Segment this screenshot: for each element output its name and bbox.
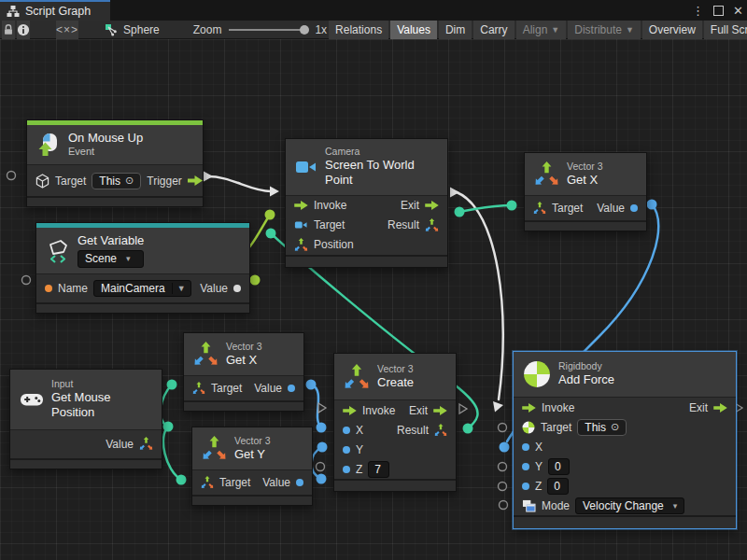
value-output-port[interactable] — [233, 285, 241, 292]
scope-icon: ⊙ — [125, 175, 134, 187]
full-screen-button[interactable]: Full Screen — [704, 21, 747, 39]
tab-script-graph[interactable]: Script Graph — [0, 0, 110, 21]
close-icon[interactable]: ✕ — [733, 5, 743, 17]
carry-button[interactable]: Carry — [473, 21, 514, 39]
node-subtitle: Event — [68, 146, 143, 159]
result-label: Result — [397, 424, 429, 437]
node-footer — [10, 458, 162, 469]
exec-arrow-icon[interactable] — [294, 201, 308, 210]
x-input-port[interactable] — [343, 427, 350, 434]
node-vector3-create[interactable]: Vector 3 Create Invoke Exit X Result Y Z… — [333, 353, 457, 492]
z-input-port[interactable] — [343, 466, 350, 473]
node-footer — [334, 479, 456, 491]
x-input-port[interactable] — [522, 443, 529, 451]
lock-button[interactable] — [2, 21, 15, 39]
node-title: Get X — [226, 353, 262, 368]
y-input-port[interactable] — [343, 446, 350, 454]
vector3-icon[interactable] — [139, 437, 153, 451]
node-title: Get Variable — [78, 233, 144, 248]
node-on-mouse-up[interactable]: On Mouse Up Event Target This⊙ Trigger — [26, 119, 204, 207]
z-value-field[interactable]: 7 — [368, 461, 389, 478]
vector3-icon[interactable] — [192, 382, 205, 395]
more-menu-icon[interactable]: ⋮ — [692, 5, 704, 17]
node-get-y[interactable]: Vector 3 Get Y Target Value — [191, 427, 313, 506]
wire-mouse-to-gety — [163, 427, 181, 480]
node-add-force[interactable]: Rigidbody Add Force Invoke Exit Target T… — [513, 351, 737, 529]
toolbar-buttons: Relations Values Dim Carry Align▼ Distri… — [327, 21, 747, 39]
x-label: X — [535, 441, 543, 454]
value-label: Value — [597, 202, 625, 215]
mouse-up-icon — [36, 133, 61, 157]
y-input-port[interactable] — [522, 463, 529, 470]
variable-name-dropdown[interactable]: MainCamera ▼ — [93, 280, 191, 297]
align-dropdown[interactable]: Align▼ — [516, 21, 567, 39]
code-view-button[interactable]: <×> — [56, 21, 78, 39]
exec-arrow-icon[interactable] — [188, 175, 203, 186]
maximize-icon[interactable] — [713, 6, 724, 16]
graph-icon — [7, 5, 20, 18]
zoom-slider-handle[interactable] — [300, 25, 309, 35]
graph-owner-label: Sphere — [123, 23, 160, 36]
y-label: Y — [356, 443, 363, 456]
mode-dropdown[interactable]: Velocity Change▾ — [575, 497, 684, 514]
vector3-icon[interactable] — [201, 476, 214, 489]
vector3-icon[interactable] — [434, 424, 447, 437]
trigger-label: Trigger — [147, 175, 182, 188]
vector3-icon[interactable] — [425, 218, 439, 232]
zoom-slider[interactable] — [229, 29, 307, 31]
target-this-pill[interactable]: This⊙ — [577, 419, 627, 436]
z-value-field[interactable]: 0 — [547, 478, 569, 495]
dim-button[interactable]: Dim — [439, 21, 472, 39]
camera-icon — [295, 158, 317, 176]
info-button[interactable] — [17, 21, 30, 39]
variable-scope-dropdown[interactable]: Scene▾ — [78, 250, 144, 268]
target-label: Target — [211, 382, 242, 395]
node-category: Vector 3 — [226, 341, 262, 353]
value-output-port[interactable] — [630, 204, 638, 212]
z-input-port[interactable] — [522, 483, 529, 490]
exec-arrow-icon[interactable] — [713, 403, 727, 413]
node-get-x-top[interactable]: Vector 3 Get X Target Value — [524, 152, 647, 231]
exec-arrow-icon[interactable] — [425, 201, 439, 210]
node-category: Input — [51, 378, 152, 390]
script-machine-icon — [105, 23, 118, 36]
node-screen-to-world-point[interactable]: Camera Screen To World Point Invoke Exit… — [285, 138, 448, 268]
distribute-dropdown[interactable]: Distribute▼ — [568, 21, 641, 39]
y-value-field[interactable]: 0 — [548, 458, 570, 475]
node-title: Get Mouse Position — [51, 390, 152, 421]
exec-arrow-icon[interactable] — [343, 406, 357, 415]
value-output-port[interactable] — [296, 479, 303, 486]
exec-arrow-icon[interactable] — [433, 406, 447, 415]
node-title: On Mouse Up — [68, 131, 143, 146]
overview-button[interactable]: Overview — [642, 21, 702, 39]
invoke-label: Invoke — [362, 404, 395, 417]
vector3-icon-large — [344, 364, 370, 390]
node-get-x-mid[interactable]: Vector 3 Get X Target Value — [183, 332, 304, 412]
name-label: Name — [58, 282, 88, 295]
graph-owner[interactable]: Sphere — [105, 23, 160, 36]
lock-icon — [2, 23, 15, 36]
exec-arrow-icon[interactable] — [522, 403, 536, 413]
value-output-port[interactable] — [288, 385, 295, 392]
zoom-value: 1x — [315, 23, 327, 36]
vector3-icon-large — [193, 342, 218, 367]
target-label: Target — [552, 202, 583, 215]
target-this-pill[interactable]: This⊙ — [92, 173, 141, 189]
node-title: Screen To World Point — [325, 158, 438, 189]
vector3-icon[interactable] — [533, 202, 546, 215]
node-get-variable[interactable]: Get Variable Scene▾ Name MainCamera ▼ Va… — [35, 222, 250, 314]
node-get-mouse-position[interactable]: Input Get Mouse Position Value — [9, 369, 162, 469]
invoke-label: Invoke — [542, 401, 574, 414]
z-label: Z — [356, 463, 362, 476]
value-label: Value — [254, 382, 282, 395]
vector3-icon — [294, 238, 308, 252]
wire-exit-to-invoke — [457, 192, 503, 399]
graph-canvas[interactable]: On Mouse Up Event Target This⊙ Trigger — [0, 39, 747, 560]
wire-trigger-to-invoke — [206, 176, 271, 191]
graph-toolbar: <×> Sphere Zoom 1x Relations Values Dim … — [0, 21, 747, 39]
node-footer — [36, 302, 249, 313]
values-button[interactable]: Values — [390, 21, 437, 39]
name-input-port[interactable] — [45, 285, 52, 292]
tab-title: Script Graph — [25, 5, 91, 18]
relations-button[interactable]: Relations — [329, 21, 388, 39]
